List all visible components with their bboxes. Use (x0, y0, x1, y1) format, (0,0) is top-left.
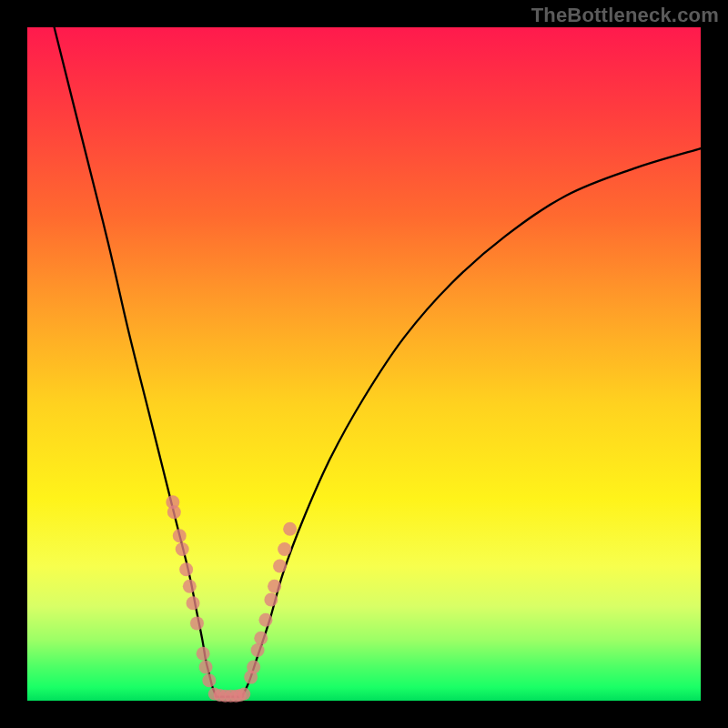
bead-bottom (238, 688, 250, 701)
bead-left (197, 647, 210, 661)
curve-right-arm (243, 148, 701, 695)
bead-left (190, 616, 204, 630)
bead-left (199, 661, 213, 674)
chart-frame: TheBottleneck.com (0, 0, 728, 728)
bead-right (251, 643, 265, 657)
curve-layer (27, 27, 701, 701)
bead-left (179, 562, 193, 576)
bead-left (202, 673, 216, 687)
bead-right (268, 580, 281, 593)
bead-right (283, 522, 297, 536)
bead-right (278, 542, 291, 556)
bead-right (264, 593, 278, 607)
bead-right (258, 613, 272, 627)
bead-left (187, 596, 200, 610)
curve-left-arm (55, 27, 217, 695)
bead-right (254, 632, 268, 645)
bead-left (167, 505, 181, 519)
bead-right (273, 560, 287, 573)
bead-left (183, 580, 197, 593)
watermark-text: TheBottleneck.com (531, 4, 719, 27)
bead-left (176, 542, 189, 556)
plot-area (27, 27, 701, 701)
bead-left (173, 529, 187, 542)
bead-right (247, 661, 260, 674)
